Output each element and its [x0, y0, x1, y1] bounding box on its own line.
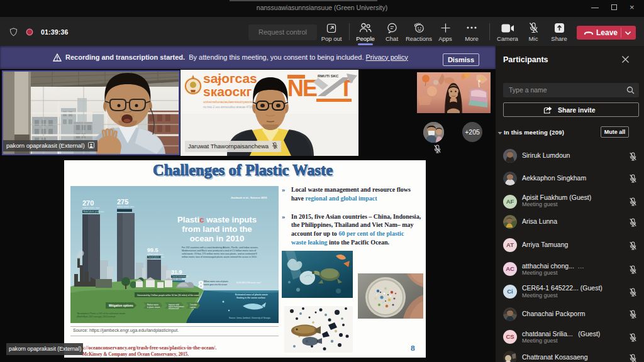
- svg-text:8,000 MILLION metric tons*: 8,000 MILLION metric tons*: [236, 282, 262, 284]
- svg-text:Generated by 2 billion people: Generated by 2 billion people within 50 …: [137, 294, 199, 297]
- svg-text:infrastructure: infrastructure: [169, 307, 179, 310]
- svg-text:31.9: 31.9: [171, 269, 182, 275]
- svg-text:NE: NE: [287, 75, 317, 101]
- svg-text:in plastic stream: in plastic stream: [147, 306, 160, 309]
- svg-text:Coastal plastic waste: Coastal plastic waste: [148, 256, 165, 258]
- svg-text:*Assumptions: Plastic is 13% o: *Assumptions: Plastic is 13% of the soli…: [77, 312, 126, 315]
- svg-text:Plastic waste inputs: Plastic waste inputs: [177, 215, 257, 224]
- svg-text:Jambeck et al., Science 2015: Jambeck et al., Science 2015: [231, 196, 267, 199]
- svg-text:capture: capture: [190, 306, 196, 309]
- svg-text:275: 275: [117, 198, 128, 206]
- svg-text:For 192 countries with a coast: For 192 countries with a coast bordering…: [182, 246, 258, 249]
- svg-text:floating in the ocean surface: floating in the ocean surface: [236, 297, 265, 299]
- svg-text:million metric tons: million metric tons: [117, 206, 134, 208]
- svg-text:plastic waste: plastic waste: [172, 278, 182, 280]
- svg-text:ns:nsio 2 uuu annsoudiou anaua: ns:nsio 2 uuu annsoudiou anauas 47160: [203, 106, 255, 109]
- svg-text:Global plastic production: Global plastic production: [83, 211, 104, 213]
- svg-text:sаɉогсаѕ: sаɉогсаѕ: [203, 71, 257, 85]
- svg-text:waste goes into the ocean: waste goes into the ocean: [204, 283, 227, 286]
- svg-text:Source: Jenna Jambeck, Univers: Source: Jenna Jambeck, University of Geo…: [229, 317, 270, 319]
- svg-text:Estimated mass of plastic wast: Estimated mass of plastic waste: [235, 293, 268, 296]
- svg-text:99.5: 99.5: [147, 247, 158, 253]
- svg-text:solid waste. Of that, 275 mill: solid waste. Of that, 275 million metric…: [182, 253, 257, 255]
- svg-text:RMUTI SKC: RMUTI SKC: [318, 74, 339, 78]
- svg-text:from land into the: from land into the: [182, 224, 252, 234]
- svg-text:(World Bank, 2012 average); 20: (World Bank, 2012 average); 2010 estimat…: [77, 315, 116, 318]
- svg-text:million metric tons of mismana: million metric tons of mismanaged plasti…: [182, 256, 257, 258]
- svg-text:Mitigation options: Mitigation options: [109, 304, 133, 307]
- svg-text:ѕкаоскг: ѕкаоскг: [203, 84, 252, 99]
- svg-text:Million metric tons of plastic: Million metric tons of plastic: [204, 280, 228, 283]
- svg-text:million metric tons: million metric tons: [82, 207, 99, 209]
- svg-text:270: 270: [82, 199, 94, 207]
- svg-text:million metric tons: million metric tons: [147, 253, 164, 256]
- svg-text:ocean in 2010: ocean in 2010: [190, 234, 245, 243]
- svg-text:Mediterranean and Black seas p: Mediterranean and Black seas produced a …: [182, 250, 256, 252]
